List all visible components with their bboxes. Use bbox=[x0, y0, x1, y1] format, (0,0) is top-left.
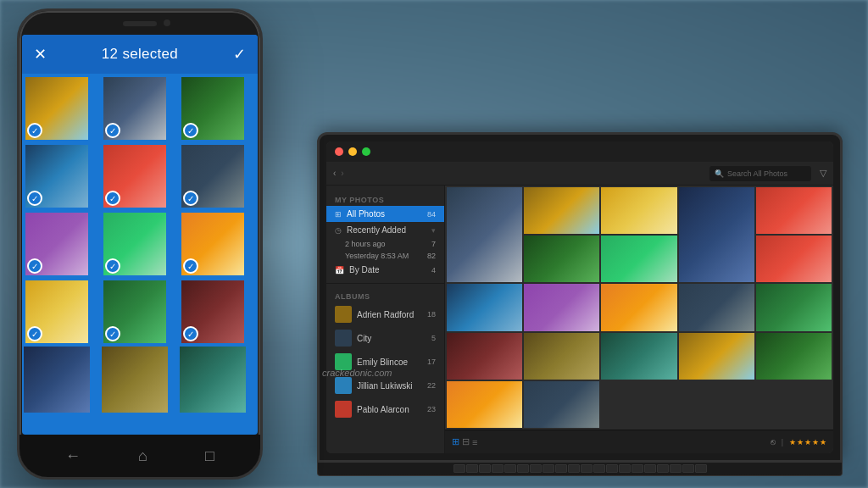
key[interactable] bbox=[619, 464, 631, 473]
list-item[interactable]: ✓ bbox=[180, 75, 246, 141]
close-traffic-light[interactable] bbox=[335, 147, 343, 156]
share-icon[interactable]: ⎋ bbox=[771, 437, 776, 446]
list-item[interactable]: ✓ bbox=[24, 143, 90, 209]
list-item[interactable] bbox=[601, 236, 676, 282]
detail-view-icon[interactable]: ⊟ bbox=[462, 436, 470, 447]
by-date-label: By Date bbox=[349, 265, 380, 274]
star-rating[interactable]: ★ ★ ★ ★ ★ bbox=[789, 438, 826, 446]
list-item[interactable] bbox=[524, 284, 599, 330]
list-item[interactable]: ✓ bbox=[102, 75, 168, 141]
list-item[interactable] bbox=[524, 333, 599, 380]
list-item[interactable] bbox=[447, 284, 522, 330]
list-item[interactable] bbox=[601, 284, 676, 330]
my-photos-section-label: MY PHOTOS bbox=[326, 192, 444, 206]
sidebar-item-album-city[interactable]: City 5 bbox=[326, 326, 444, 350]
grid-view-icon[interactable]: ⊞ bbox=[452, 436, 459, 447]
key[interactable] bbox=[517, 464, 529, 473]
filter-icon[interactable]: ▽ bbox=[820, 168, 826, 179]
key[interactable] bbox=[695, 464, 707, 473]
key[interactable] bbox=[593, 464, 605, 473]
list-item[interactable]: ✓ bbox=[102, 211, 168, 277]
list-item[interactable] bbox=[524, 381, 599, 428]
key[interactable] bbox=[542, 464, 554, 473]
list-item[interactable] bbox=[756, 284, 832, 330]
sidebar-item-album-pablo[interactable]: Pablo Alarcon 23 bbox=[326, 397, 444, 421]
list-item[interactable] bbox=[679, 187, 754, 282]
list-item[interactable] bbox=[679, 333, 754, 380]
key[interactable] bbox=[555, 464, 567, 473]
list-item[interactable] bbox=[756, 236, 832, 282]
sidebar-item-by-date[interactable]: 📅 By Date 4 bbox=[326, 262, 444, 278]
key[interactable] bbox=[568, 464, 580, 473]
key[interactable] bbox=[453, 464, 465, 473]
recently-added-label: Recently Added bbox=[347, 225, 406, 235]
key[interactable] bbox=[632, 464, 643, 473]
back-nav-icon[interactable]: ← bbox=[65, 447, 81, 465]
sidebar-subitem-yesterday[interactable]: Yesterday 8:53 AM 82 bbox=[326, 250, 444, 262]
list-item[interactable] bbox=[524, 236, 599, 282]
key[interactable] bbox=[644, 464, 656, 473]
key[interactable] bbox=[466, 464, 478, 473]
star-3: ★ bbox=[804, 438, 811, 446]
key[interactable] bbox=[682, 464, 694, 473]
phone-camera bbox=[164, 19, 170, 26]
list-item[interactable] bbox=[601, 187, 676, 234]
list-item[interactable]: ✓ bbox=[24, 279, 90, 345]
phone-device: ✕ 12 selected ✓ ✓ ✓ bbox=[17, 8, 263, 480]
nav-back-icon[interactable]: ‹ bbox=[333, 169, 336, 178]
list-item[interactable]: ✓ bbox=[24, 75, 90, 141]
key[interactable] bbox=[492, 464, 504, 473]
list-item[interactable]: ✓ bbox=[24, 211, 90, 277]
key[interactable] bbox=[530, 464, 542, 473]
album-name-jillian: Jillian Lukiwski bbox=[357, 381, 413, 391]
confirm-button[interactable]: ✓ bbox=[233, 45, 246, 64]
key[interactable] bbox=[670, 464, 682, 473]
list-item[interactable] bbox=[24, 347, 90, 413]
list-item[interactable]: ✓ bbox=[102, 279, 168, 345]
key[interactable] bbox=[504, 464, 516, 473]
phone-screen: ✕ 12 selected ✓ ✓ ✓ bbox=[22, 35, 258, 435]
close-button[interactable]: ✕ bbox=[34, 45, 47, 64]
nav-forward-icon[interactable]: › bbox=[341, 169, 343, 178]
selection-count-label: 12 selected bbox=[102, 46, 178, 63]
laptop-body: ‹ › 🔍 Search All Photos ▽ MY PHOTOS bbox=[317, 132, 843, 488]
home-nav-icon[interactable]: ⌂ bbox=[138, 447, 147, 465]
yesterday-count: 82 bbox=[427, 252, 436, 260]
sidebar-item-album-emily[interactable]: Emily Blincoe 17 bbox=[326, 350, 444, 374]
recent-nav-icon[interactable]: □ bbox=[205, 447, 214, 465]
list-view-icon[interactable]: ≡ bbox=[472, 437, 477, 447]
minimize-traffic-light[interactable] bbox=[348, 147, 357, 156]
list-item[interactable] bbox=[601, 333, 676, 380]
list-item[interactable] bbox=[447, 187, 522, 282]
list-item[interactable]: ✓ bbox=[180, 211, 246, 277]
fullscreen-traffic-light[interactable] bbox=[362, 147, 370, 156]
list-item[interactable] bbox=[756, 333, 832, 380]
key[interactable] bbox=[581, 464, 593, 473]
list-item[interactable]: ✓ bbox=[102, 143, 168, 209]
selection-badge: ✓ bbox=[183, 191, 198, 206]
list-item[interactable] bbox=[102, 347, 168, 413]
selection-badge: ✓ bbox=[105, 191, 120, 206]
album-thumb-jillian bbox=[335, 377, 352, 394]
sidebar-item-all-photos[interactable]: ⊞ All Photos 84 bbox=[326, 206, 444, 222]
key[interactable] bbox=[657, 464, 669, 473]
list-item[interactable] bbox=[447, 381, 522, 428]
list-item[interactable] bbox=[524, 187, 599, 234]
list-item[interactable] bbox=[756, 187, 832, 234]
expand-icon: ▾ bbox=[431, 226, 436, 235]
list-item[interactable] bbox=[180, 347, 246, 413]
search-bar[interactable]: 🔍 Search All Photos bbox=[709, 166, 811, 181]
list-item[interactable] bbox=[679, 284, 754, 330]
sidebar-item-album-adrien[interactable]: Adrien Radford 18 bbox=[326, 302, 444, 326]
list-item[interactable] bbox=[447, 333, 522, 380]
rating-group: ⎋ | ★ ★ ★ ★ ★ bbox=[771, 437, 826, 446]
album-count-pablo: 23 bbox=[427, 405, 436, 413]
album-thumb-pablo bbox=[335, 401, 352, 418]
sidebar-subitem-2hours[interactable]: 2 hours ago 7 bbox=[326, 238, 444, 250]
sidebar-item-recently-added[interactable]: ◷ Recently Added ▾ bbox=[326, 222, 444, 238]
sidebar-item-album-jillian[interactable]: Jillian Lukiwski 22 bbox=[326, 374, 444, 397]
list-item[interactable]: ✓ bbox=[180, 143, 246, 209]
key[interactable] bbox=[479, 464, 491, 473]
key[interactable] bbox=[606, 464, 618, 473]
list-item[interactable]: ✓ bbox=[180, 279, 246, 345]
